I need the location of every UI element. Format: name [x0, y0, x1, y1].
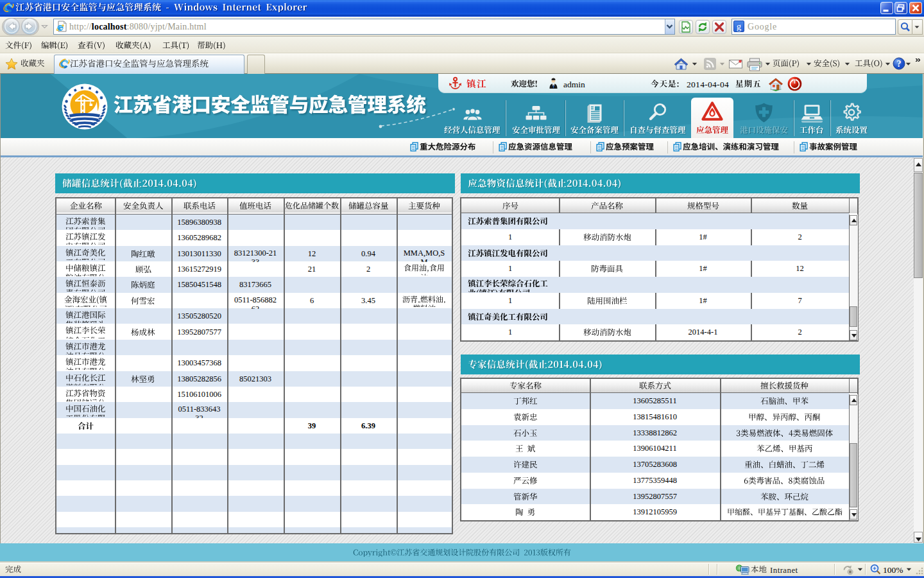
svg-text:?: ? — [897, 59, 902, 69]
svg-text:g: g — [737, 21, 742, 31]
